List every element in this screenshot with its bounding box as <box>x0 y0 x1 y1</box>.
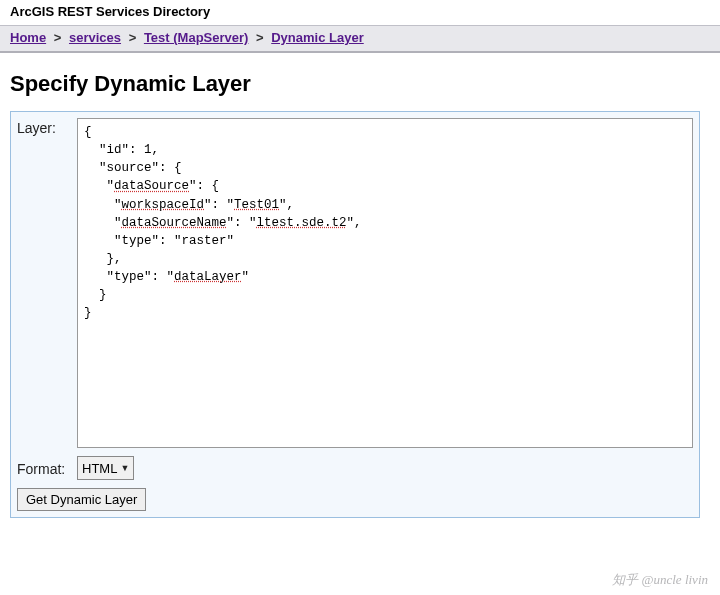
breadcrumb-home[interactable]: Home <box>10 30 46 45</box>
breadcrumb-test-mapserver[interactable]: Test (MapServer) <box>144 30 249 45</box>
directory-title: ArcGIS REST Services Directory <box>0 0 720 25</box>
format-select[interactable]: HTML ▼ <box>77 456 134 480</box>
breadcrumb-sep: > <box>54 30 62 45</box>
breadcrumb-dynamic-layer[interactable]: Dynamic Layer <box>271 30 364 45</box>
layer-json-input[interactable]: { "id": 1, "source": { "dataSource": { "… <box>77 118 693 448</box>
breadcrumb-sep: > <box>129 30 137 45</box>
chevron-down-icon: ▼ <box>120 463 129 473</box>
watermark: 知乎 @uncle livin <box>612 571 708 589</box>
format-label: Format: <box>17 459 77 477</box>
dynamic-layer-form: Layer: { "id": 1, "source": { "dataSourc… <box>10 111 700 518</box>
breadcrumb-sep: > <box>256 30 264 45</box>
layer-label: Layer: <box>17 118 77 136</box>
page-title: Specify Dynamic Layer <box>10 71 710 97</box>
format-select-value: HTML <box>82 461 117 476</box>
breadcrumb: Home > services > Test (MapServer) > Dyn… <box>0 25 720 53</box>
get-dynamic-layer-button[interactable]: Get Dynamic Layer <box>17 488 146 511</box>
breadcrumb-services[interactable]: services <box>69 30 121 45</box>
